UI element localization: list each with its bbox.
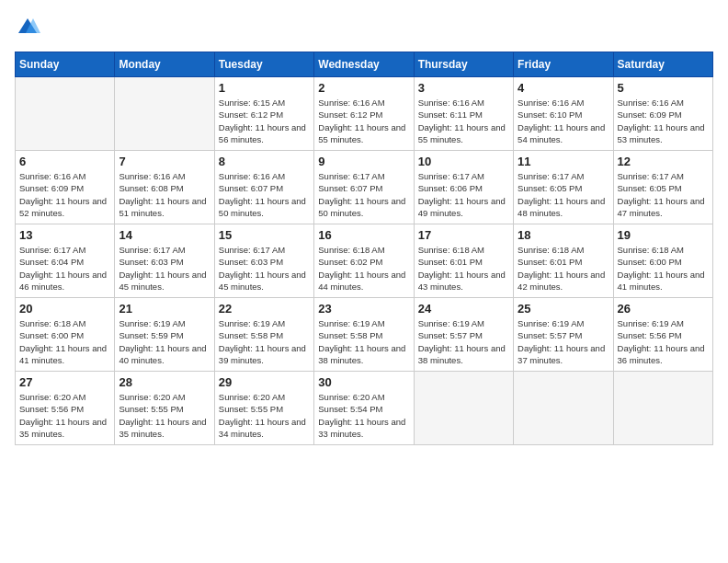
day-number: 1 <box>219 81 310 95</box>
calendar-week-4: 20Sunrise: 6:18 AM Sunset: 6:00 PM Dayli… <box>16 298 713 372</box>
calendar-cell: 12Sunrise: 6:17 AM Sunset: 6:05 PM Dayli… <box>613 151 712 224</box>
calendar-cell: 2Sunrise: 6:16 AM Sunset: 6:12 PM Daylig… <box>314 77 414 151</box>
calendar-week-5: 27Sunrise: 6:20 AM Sunset: 5:56 PM Dayli… <box>16 372 713 445</box>
day-number: 13 <box>19 228 110 242</box>
day-number: 27 <box>19 375 110 389</box>
calendar-cell: 30Sunrise: 6:20 AM Sunset: 5:54 PM Dayli… <box>314 372 414 445</box>
day-number: 21 <box>119 302 210 316</box>
calendar-cell: 18Sunrise: 6:18 AM Sunset: 6:01 PM Dayli… <box>514 224 613 298</box>
calendar-header-thursday: Thursday <box>414 52 513 77</box>
day-info: Sunrise: 6:16 AM Sunset: 6:09 PM Dayligh… <box>618 97 709 145</box>
day-info: Sunrise: 6:17 AM Sunset: 6:07 PM Dayligh… <box>318 170 409 219</box>
day-number: 29 <box>219 375 310 389</box>
day-number: 3 <box>418 81 509 95</box>
day-number: 18 <box>518 228 609 242</box>
day-info: Sunrise: 6:17 AM Sunset: 6:03 PM Dayligh… <box>119 244 210 293</box>
day-number: 14 <box>119 228 210 242</box>
day-number: 26 <box>618 302 709 316</box>
calendar-cell: 10Sunrise: 6:17 AM Sunset: 6:06 PM Dayli… <box>414 151 513 224</box>
day-info: Sunrise: 6:16 AM Sunset: 6:07 PM Dayligh… <box>219 170 310 219</box>
day-number: 17 <box>418 228 509 242</box>
day-number: 15 <box>219 228 310 242</box>
calendar-cell: 22Sunrise: 6:19 AM Sunset: 5:58 PM Dayli… <box>214 298 313 372</box>
day-number: 4 <box>518 81 609 95</box>
calendar-cell: 4Sunrise: 6:16 AM Sunset: 6:10 PM Daylig… <box>514 77 613 151</box>
day-info: Sunrise: 6:16 AM Sunset: 6:08 PM Dayligh… <box>119 170 210 219</box>
calendar-cell: 13Sunrise: 6:17 AM Sunset: 6:04 PM Dayli… <box>16 224 115 298</box>
calendar-body: 1Sunrise: 6:15 AM Sunset: 6:12 PM Daylig… <box>16 77 713 445</box>
day-info: Sunrise: 6:17 AM Sunset: 6:03 PM Dayligh… <box>219 244 310 293</box>
calendar-cell: 26Sunrise: 6:19 AM Sunset: 5:56 PM Dayli… <box>613 298 712 372</box>
day-number: 6 <box>19 155 110 168</box>
day-info: Sunrise: 6:19 AM Sunset: 5:57 PM Dayligh… <box>418 317 509 366</box>
day-number: 16 <box>318 228 409 242</box>
day-number: 25 <box>518 302 609 316</box>
calendar: SundayMondayTuesdayWednesdayThursdayFrid… <box>15 52 713 445</box>
day-info: Sunrise: 6:17 AM Sunset: 6:06 PM Dayligh… <box>418 170 509 219</box>
calendar-cell: 17Sunrise: 6:18 AM Sunset: 6:01 PM Dayli… <box>414 224 513 298</box>
calendar-cell: 24Sunrise: 6:19 AM Sunset: 5:57 PM Dayli… <box>414 298 513 372</box>
calendar-header-tuesday: Tuesday <box>214 52 313 77</box>
day-number: 23 <box>318 302 409 316</box>
day-info: Sunrise: 6:19 AM Sunset: 5:56 PM Dayligh… <box>618 317 709 366</box>
calendar-cell: 1Sunrise: 6:15 AM Sunset: 6:12 PM Daylig… <box>214 77 313 151</box>
day-info: Sunrise: 6:19 AM Sunset: 5:57 PM Dayligh… <box>518 317 609 366</box>
calendar-cell: 8Sunrise: 6:16 AM Sunset: 6:07 PM Daylig… <box>214 151 313 224</box>
day-info: Sunrise: 6:18 AM Sunset: 6:00 PM Dayligh… <box>618 244 709 293</box>
calendar-cell: 27Sunrise: 6:20 AM Sunset: 5:56 PM Dayli… <box>16 372 115 445</box>
day-number: 30 <box>318 375 409 389</box>
page-header <box>15 15 713 40</box>
day-number: 2 <box>318 81 409 95</box>
calendar-cell: 19Sunrise: 6:18 AM Sunset: 6:00 PM Dayli… <box>613 224 712 298</box>
logo <box>15 15 44 40</box>
calendar-cell: 16Sunrise: 6:18 AM Sunset: 6:02 PM Dayli… <box>314 224 414 298</box>
calendar-week-3: 13Sunrise: 6:17 AM Sunset: 6:04 PM Dayli… <box>16 224 713 298</box>
calendar-cell <box>613 372 712 445</box>
day-info: Sunrise: 6:18 AM Sunset: 6:02 PM Dayligh… <box>318 244 409 293</box>
calendar-header-friday: Friday <box>514 52 613 77</box>
day-info: Sunrise: 6:20 AM Sunset: 5:56 PM Dayligh… <box>19 391 110 440</box>
day-info: Sunrise: 6:18 AM Sunset: 6:00 PM Dayligh… <box>19 317 110 366</box>
calendar-cell: 15Sunrise: 6:17 AM Sunset: 6:03 PM Dayli… <box>214 224 313 298</box>
calendar-header-saturday: Saturday <box>613 52 712 77</box>
day-info: Sunrise: 6:16 AM Sunset: 6:12 PM Dayligh… <box>318 97 409 145</box>
calendar-cell <box>16 77 115 151</box>
day-info: Sunrise: 6:20 AM Sunset: 5:54 PM Dayligh… <box>318 391 409 440</box>
calendar-cell: 23Sunrise: 6:19 AM Sunset: 5:58 PM Dayli… <box>314 298 414 372</box>
calendar-cell: 14Sunrise: 6:17 AM Sunset: 6:03 PM Dayli… <box>115 224 214 298</box>
day-number: 19 <box>618 228 709 242</box>
day-number: 22 <box>219 302 310 316</box>
day-number: 24 <box>418 302 509 316</box>
calendar-cell: 3Sunrise: 6:16 AM Sunset: 6:11 PM Daylig… <box>414 77 513 151</box>
calendar-cell: 7Sunrise: 6:16 AM Sunset: 6:08 PM Daylig… <box>115 151 214 224</box>
calendar-cell <box>514 372 613 445</box>
day-info: Sunrise: 6:16 AM Sunset: 6:11 PM Dayligh… <box>418 97 509 145</box>
day-number: 28 <box>119 375 210 389</box>
calendar-cell <box>115 77 214 151</box>
day-info: Sunrise: 6:18 AM Sunset: 6:01 PM Dayligh… <box>518 244 609 293</box>
calendar-week-2: 6Sunrise: 6:16 AM Sunset: 6:09 PM Daylig… <box>16 151 713 224</box>
day-info: Sunrise: 6:19 AM Sunset: 5:59 PM Dayligh… <box>119 317 210 366</box>
calendar-cell <box>414 372 513 445</box>
calendar-cell: 6Sunrise: 6:16 AM Sunset: 6:09 PM Daylig… <box>16 151 115 224</box>
day-number: 20 <box>19 302 110 316</box>
day-info: Sunrise: 6:16 AM Sunset: 6:10 PM Dayligh… <box>518 97 609 145</box>
day-info: Sunrise: 6:20 AM Sunset: 5:55 PM Dayligh… <box>119 391 210 440</box>
calendar-cell: 29Sunrise: 6:20 AM Sunset: 5:55 PM Dayli… <box>214 372 313 445</box>
day-info: Sunrise: 6:18 AM Sunset: 6:01 PM Dayligh… <box>418 244 509 293</box>
day-number: 8 <box>219 155 310 168</box>
day-info: Sunrise: 6:20 AM Sunset: 5:55 PM Dayligh… <box>219 391 310 440</box>
day-info: Sunrise: 6:19 AM Sunset: 5:58 PM Dayligh… <box>219 317 310 366</box>
day-info: Sunrise: 6:15 AM Sunset: 6:12 PM Dayligh… <box>219 97 310 145</box>
calendar-cell: 9Sunrise: 6:17 AM Sunset: 6:07 PM Daylig… <box>314 151 414 224</box>
calendar-week-1: 1Sunrise: 6:15 AM Sunset: 6:12 PM Daylig… <box>16 77 713 151</box>
day-info: Sunrise: 6:17 AM Sunset: 6:04 PM Dayligh… <box>19 244 110 293</box>
day-info: Sunrise: 6:17 AM Sunset: 6:05 PM Dayligh… <box>518 170 609 219</box>
day-number: 12 <box>618 155 709 168</box>
day-info: Sunrise: 6:17 AM Sunset: 6:05 PM Dayligh… <box>618 170 709 219</box>
calendar-cell: 11Sunrise: 6:17 AM Sunset: 6:05 PM Dayli… <box>514 151 613 224</box>
calendar-header-row: SundayMondayTuesdayWednesdayThursdayFrid… <box>16 52 713 77</box>
calendar-header-sunday: Sunday <box>16 52 115 77</box>
calendar-header-monday: Monday <box>115 52 214 77</box>
day-info: Sunrise: 6:19 AM Sunset: 5:58 PM Dayligh… <box>318 317 409 366</box>
